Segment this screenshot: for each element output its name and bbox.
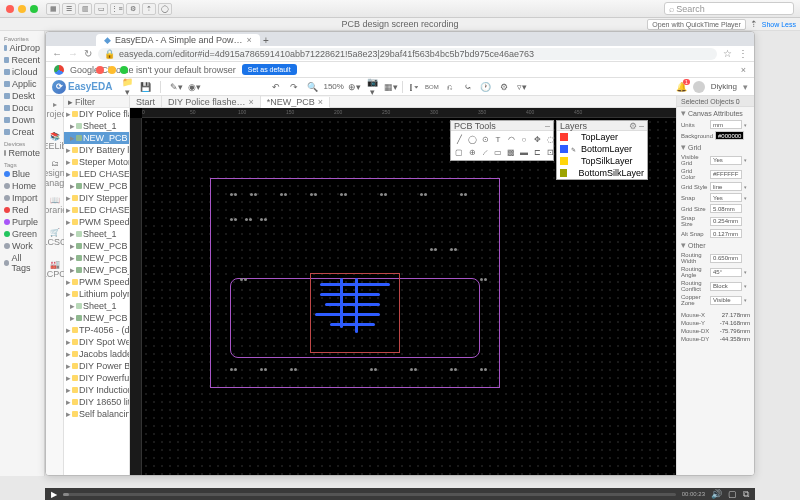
tree-expand-icon[interactable]: ▸ (66, 397, 71, 407)
browser-max-icon[interactable] (120, 66, 128, 74)
layer-row[interactable]: ✎BottomLayer (557, 143, 647, 155)
rect-tool-icon[interactable]: ▭ (492, 146, 504, 158)
finder-item[interactable]: Down (2, 114, 42, 126)
dropdown-icon[interactable]: ▾ (744, 297, 750, 303)
props-value[interactable]: 0.127mm (710, 229, 742, 238)
history-icon[interactable]: 🕐 (479, 82, 493, 92)
undo-icon[interactable]: ↶ (269, 82, 283, 92)
tree-node[interactable]: ▸PWM Speed Control (64, 216, 129, 228)
props-value[interactable]: 0.650mm (710, 254, 742, 263)
tree-node[interactable]: ▸Lithium polymer cell (64, 288, 129, 300)
view-list-button[interactable]: ☰ (62, 3, 76, 15)
finder-tag[interactable]: Purple (2, 216, 42, 228)
tree-node[interactable]: ▸DIY Police flasher lig (64, 108, 129, 120)
tree-expand-icon[interactable]: ▸ (66, 409, 71, 419)
finder-tag[interactable]: Work (2, 240, 42, 252)
layers-header[interactable]: Layers ⚙ – (557, 121, 647, 131)
props-value[interactable]: 5.08mm (710, 204, 742, 213)
tree-expand-icon[interactable]: ▸ (70, 229, 75, 239)
image-tool-icon[interactable]: ▢ (453, 146, 465, 158)
extensions-icon[interactable]: ⋮ (738, 48, 748, 59)
props-value[interactable]: Visible (710, 296, 742, 305)
redo-icon[interactable]: ↷ (287, 82, 301, 92)
browser-close-icon[interactable] (96, 66, 104, 74)
tree-node[interactable]: ▸NEW_PCB (64, 312, 129, 324)
finder-item[interactable]: Recent (2, 54, 42, 66)
save-icon[interactable]: 💾 (138, 82, 152, 92)
layers-menu-icon[interactable]: ▦▾ (384, 82, 398, 92)
tree-node[interactable]: ▸NEW_PCB (64, 132, 129, 144)
user-menu-chevron-icon[interactable]: ▾ (743, 82, 748, 92)
username[interactable]: Diyking (711, 82, 737, 91)
props-value[interactable]: 45° (710, 268, 742, 277)
share-preview-icon[interactable]: ⇡ (750, 19, 758, 29)
pad-tool-icon[interactable]: ◯ (466, 133, 478, 145)
finder-search[interactable]: ⌕ Search (664, 2, 794, 15)
play-icon[interactable]: ▶ (51, 490, 57, 499)
layer-row[interactable]: TopLayer (557, 131, 647, 143)
finder-tag[interactable]: Blue (2, 168, 42, 180)
finder-item[interactable]: Deskt (2, 90, 42, 102)
tree-expand-icon[interactable]: ▸ (66, 277, 71, 287)
tags-button[interactable]: ◯ (158, 3, 172, 15)
net-icon[interactable]: ⎌ (443, 82, 457, 92)
tree-expand-icon[interactable]: ▸ (70, 133, 75, 143)
finder-item[interactable]: Remote (2, 147, 42, 159)
layer-color-swatch[interactable] (560, 169, 567, 177)
dropdown-icon[interactable]: ▾ (744, 269, 750, 275)
finder-tag[interactable]: Green (2, 228, 42, 240)
view-gallery-button[interactable]: ▭ (94, 3, 108, 15)
tree-node[interactable]: ▸Sheet_1 (64, 120, 129, 132)
tree-expand-icon[interactable]: ▸ (66, 217, 71, 227)
props-value[interactable]: #000000 (715, 131, 744, 140)
dropdown-icon[interactable]: ▾ (744, 283, 750, 289)
rail-item-design-manager[interactable]: 🗂Design Manager (47, 162, 63, 184)
finder-item[interactable]: Docu (2, 102, 42, 114)
pcb-canvas[interactable]: 050100150200250300350400450 (130, 108, 676, 475)
tree-node[interactable]: ▸Sheet_1 (64, 300, 129, 312)
section-collapse-icon[interactable]: ▾ (681, 108, 686, 118)
tree-node[interactable]: ▸Steper Motor control (64, 156, 129, 168)
document-tab[interactable]: DIY Police flashe…× (162, 96, 261, 107)
settings-icon[interactable]: ⚙ (497, 82, 511, 92)
align-icon[interactable]: ⫿▾ (407, 82, 421, 92)
layer-color-swatch[interactable] (560, 145, 568, 153)
tree-expand-icon[interactable]: ▸ (66, 385, 71, 395)
via-tool-icon[interactable]: ⊙ (479, 133, 491, 145)
user-avatar[interactable] (693, 81, 705, 93)
notification-icon[interactable]: 🔔1 (676, 82, 687, 92)
finder-item[interactable]: iCloud (2, 66, 42, 78)
props-value[interactable]: mm (710, 120, 742, 129)
props-section[interactable]: ▾Canvas Attributes (677, 107, 754, 119)
browser-tab[interactable]: ◆ EasyEDA - A Simple and Pow… × (96, 34, 260, 46)
tab-close-icon[interactable]: × (318, 97, 323, 107)
tree-expand-icon[interactable]: ▸ (66, 373, 71, 383)
zoom-level[interactable]: 150% (323, 82, 343, 91)
track-tool-icon[interactable]: ╱ (453, 133, 465, 145)
pencil-menu-icon[interactable]: ✎▾ (169, 82, 183, 92)
open-quicktime-button[interactable]: Open with QuickTime Player (647, 19, 745, 30)
rail-item-jlcpcb[interactable]: 🏭JLCPCB (47, 258, 63, 280)
action-button[interactable]: ⚙ (126, 3, 140, 15)
view-icon-button[interactable]: ▦ (46, 3, 60, 15)
props-value[interactable]: Yes (710, 156, 742, 165)
tree-expand-icon[interactable]: ▸ (70, 253, 75, 263)
dropdown-icon[interactable]: ▾ (744, 195, 750, 201)
move-tool-icon[interactable]: ✥ (531, 133, 543, 145)
tree-node[interactable]: ▸NEW_PCB (64, 180, 129, 192)
bom-button[interactable]: BOM (425, 84, 439, 90)
dropdown-icon[interactable]: ▾ (744, 157, 750, 163)
share-tool-icon[interactable]: ⤿ (461, 82, 475, 92)
browser-min-icon[interactable] (108, 66, 116, 74)
tree-node[interactable]: ▸NEW_PCB_final (64, 264, 129, 276)
tree-node[interactable]: ▸Jacobs ladder - (DiyK (64, 348, 129, 360)
tree-expand-icon[interactable]: ▸ (66, 205, 71, 215)
tree-node[interactable]: ▸NEW_PCB (64, 240, 129, 252)
tree-node[interactable]: ▸DIY Induction cooker (64, 384, 129, 396)
view-column-button[interactable]: ▥ (78, 3, 92, 15)
placement-menu-icon[interactable]: ◉▾ (187, 82, 201, 92)
progress-bar[interactable] (63, 493, 676, 496)
tree-node[interactable]: ▸DIY Power Bank - (p (64, 360, 129, 372)
dropdown-icon[interactable]: ▾ (744, 122, 750, 128)
props-value[interactable]: Block (710, 282, 742, 291)
